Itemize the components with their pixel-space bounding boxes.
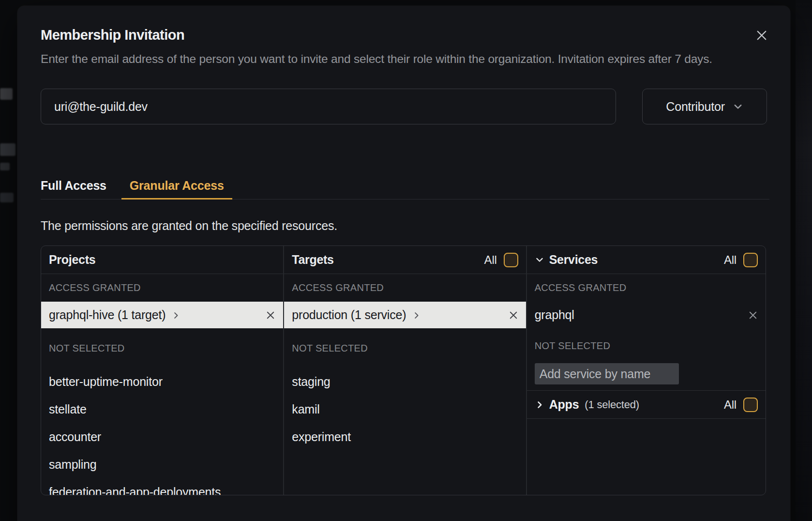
apps-row[interactable]: Apps (1 selected) All — [527, 390, 766, 419]
granted-service-label: graphql — [535, 308, 574, 322]
modal-title: Membership Invitation — [41, 27, 767, 43]
project-list-item[interactable]: accounter — [41, 423, 283, 451]
services-not-selected-label: NOT SELECTED — [527, 328, 766, 363]
background-edge — [796, 0, 812, 521]
tab-label: Granular Access — [130, 179, 224, 193]
services-header-label: Services — [549, 253, 598, 267]
targets-access-granted-label: ACCESS GRANTED — [284, 274, 526, 302]
apps-label: Apps — [549, 398, 579, 412]
target-list-item[interactable]: experiment — [284, 423, 526, 451]
projects-header: Projects — [41, 246, 283, 274]
projects-not-selected-label: NOT SELECTED — [41, 328, 283, 368]
targets-header: Targets All — [284, 246, 526, 274]
apps-chevron-right-icon[interactable] — [535, 400, 544, 410]
targets-header-label: Targets — [292, 253, 333, 267]
remove-project-button[interactable] — [266, 310, 275, 320]
services-column: Services All ACCESS GRANTED graphql NOT … — [526, 246, 766, 495]
email-input[interactable] — [41, 89, 616, 124]
selected-project-row[interactable]: graphql-hive (1 target) — [41, 302, 283, 328]
targets-all-label: All — [484, 253, 497, 267]
close-icon — [756, 30, 767, 41]
background-page-remnant — [0, 143, 15, 156]
tab-full-access[interactable]: Full Access — [41, 172, 115, 199]
selected-project-label: graphql-hive (1 target) — [49, 308, 165, 322]
modal-description: Enter the email address of the person yo… — [41, 50, 769, 68]
project-list-item[interactable]: sampling — [41, 451, 283, 478]
projects-access-granted-label: ACCESS GRANTED — [41, 274, 283, 302]
add-service-input[interactable] — [535, 363, 679, 384]
membership-invitation-modal: Membership Invitation Enter the email ad… — [17, 6, 790, 521]
targets-list: stagingkamilexperiment — [284, 368, 526, 451]
resource-table: Projects ACCESS GRANTED graphql-hive (1 … — [41, 245, 766, 495]
chevron-right-icon — [171, 311, 180, 320]
selected-target-row[interactable]: production (1 service) — [284, 302, 526, 328]
project-list-item[interactable]: stellate — [41, 396, 283, 423]
background-page-remnant — [0, 193, 14, 202]
apps-all-label: All — [724, 398, 737, 412]
projects-list: better-uptime-monitorstellateaccountersa… — [41, 368, 283, 495]
granted-service-row[interactable]: graphql — [527, 302, 766, 328]
permissions-note: The permissions are granted on the speci… — [41, 219, 767, 233]
services-collapse-chevron-down-icon[interactable] — [535, 255, 544, 265]
projects-column: Projects ACCESS GRANTED graphql-hive (1 … — [41, 246, 283, 495]
project-list-item[interactable]: federation-and-app-deployments — [41, 478, 283, 495]
remove-target-button[interactable] — [509, 310, 518, 320]
targets-not-selected-label: NOT SELECTED — [284, 328, 526, 368]
services-header: Services All — [527, 246, 766, 274]
tab-granular-access[interactable]: Granular Access — [121, 172, 232, 199]
target-list-item[interactable]: kamil — [284, 396, 526, 423]
services-access-granted-label: ACCESS GRANTED — [527, 274, 766, 302]
chevron-right-icon — [412, 311, 421, 320]
project-list-item[interactable]: better-uptime-monitor — [41, 368, 283, 396]
remove-service-button[interactable] — [748, 310, 758, 320]
apps-all-checkbox[interactable] — [743, 398, 758, 412]
access-tabs: Full Access Granular Access — [41, 172, 769, 199]
targets-column: Targets All ACCESS GRANTED production (1… — [283, 246, 526, 495]
background-page-remnant — [0, 88, 13, 100]
services-all-label: All — [724, 253, 737, 267]
close-button[interactable] — [753, 27, 770, 44]
apps-count: (1 selected) — [585, 398, 639, 411]
tab-label: Full Access — [41, 179, 106, 193]
target-list-item[interactable]: staging — [284, 368, 526, 396]
services-all-checkbox[interactable] — [743, 253, 758, 267]
invite-row: Contributor — [41, 89, 767, 124]
projects-header-label: Projects — [49, 253, 95, 267]
role-select-value: Contributor — [666, 100, 724, 114]
selected-target-label: production (1 service) — [292, 308, 406, 322]
background-page-remnant — [0, 163, 10, 170]
targets-all-checkbox[interactable] — [504, 253, 518, 267]
chevron-down-icon — [733, 101, 743, 112]
role-select[interactable]: Contributor — [642, 89, 767, 124]
